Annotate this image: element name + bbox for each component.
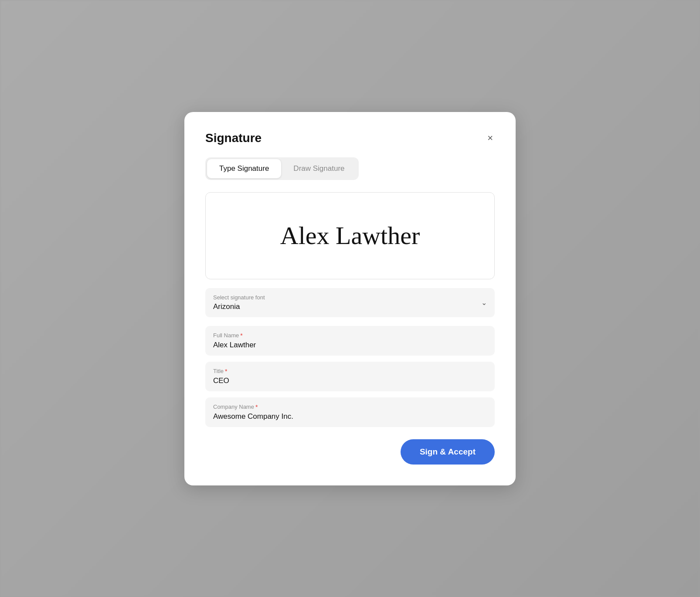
font-selector-label: Select signature font	[213, 294, 487, 301]
font-selector[interactable]: Select signature font Arizonia ⌄	[205, 288, 495, 317]
tab-draw-signature[interactable]: Draw Signature	[281, 159, 357, 178]
field-label-title: Title*	[213, 368, 487, 375]
field-label-company-name: Company Name*	[213, 404, 487, 410]
modal-header: Signature ×	[205, 131, 495, 145]
modal-overlay: Signature × Type Signature Draw Signatur…	[0, 0, 700, 597]
field-full-name[interactable]: Full Name*Alex Lawther	[205, 326, 495, 356]
close-button[interactable]: ×	[486, 132, 495, 145]
field-value-title: CEO	[213, 377, 487, 385]
modal-footer: Sign & Accept	[205, 439, 495, 465]
required-indicator: *	[255, 404, 258, 410]
field-value-company-name: Awesome Company Inc.	[213, 412, 487, 421]
signature-tabs: Type Signature Draw Signature	[205, 157, 359, 180]
field-company-name[interactable]: Company Name*Awesome Company Inc.	[205, 397, 495, 427]
field-value-full-name: Alex Lawther	[213, 341, 487, 349]
field-title[interactable]: Title*CEO	[205, 362, 495, 391]
signature-preview-area: Alex Lawther	[205, 192, 495, 279]
tab-type-signature[interactable]: Type Signature	[207, 159, 281, 178]
chevron-down-icon: ⌄	[481, 298, 487, 307]
required-indicator: *	[240, 332, 242, 339]
field-label-full-name: Full Name*	[213, 332, 487, 339]
font-selector-value: Arizonia	[213, 302, 487, 311]
signature-preview-text: Alex Lawther	[280, 221, 420, 250]
modal-title: Signature	[205, 131, 262, 145]
signature-modal: Signature × Type Signature Draw Signatur…	[184, 112, 516, 485]
sign-accept-button[interactable]: Sign & Accept	[401, 439, 495, 465]
required-indicator: *	[225, 368, 227, 375]
form-fields: Full Name*Alex LawtherTitle*CEOCompany N…	[205, 326, 495, 427]
